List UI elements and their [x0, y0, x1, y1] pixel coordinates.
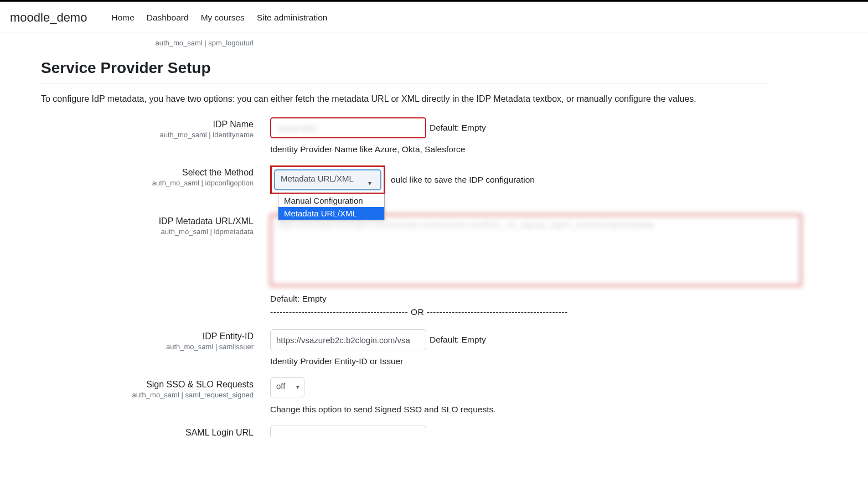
page-content: auth_mo_saml | spm_logouturl Service Pro… [0, 39, 808, 462]
label-idp-metadata: IDP Metadata URL/XML [41, 216, 254, 226]
nav-siteadmin[interactable]: Site administration [256, 13, 329, 23]
method-hint-overlay: ould like to save the IDP configuration [391, 175, 535, 185]
or-separator: ----------------------------------------… [41, 307, 767, 317]
login-url-input[interactable] [270, 426, 426, 437]
label-login-url: SAML Login URL [41, 428, 254, 438]
label-method: Select the Method [41, 168, 254, 178]
entity-id-default: Default: Empty [430, 335, 486, 345]
section-intro: To configure IdP metadata, you have two … [41, 94, 767, 104]
label-idp-name: IDP Name [41, 120, 254, 129]
row-login-url: SAML Login URL [41, 424, 767, 438]
divider [41, 84, 767, 84]
nav-mycourses[interactable]: My courses [200, 13, 246, 23]
row-idp-name: IDP Name auth_mo_saml | identityname Azu… [41, 116, 767, 139]
prev-setting-row: auth_mo_saml | spm_logouturl [41, 39, 767, 47]
section-heading: Service Provider Setup [41, 59, 767, 77]
label-sign-requests: Sign SSO & SLO Requests [41, 380, 254, 390]
prev-setting-sub: auth_mo_saml | spm_logouturl [41, 39, 254, 47]
method-option-manual[interactable]: Manual Configuration [278, 194, 384, 207]
label-sign-requests-sub: auth_mo_saml | saml_request_signed [41, 391, 254, 399]
method-select[interactable]: Metadata URL/XML [274, 169, 381, 190]
method-select-outline: Metadata URL/XML ▾ Manual Configuration … [270, 165, 385, 194]
entity-id-hint: Identity Provider Entity-ID or Issuer [41, 356, 767, 366]
row-entity-id: IDP Entity-ID auth_mo_saml | samlissuer … [41, 328, 767, 351]
idp-name-default: Default: Empty [430, 123, 486, 133]
label-method-sub: auth_mo_saml | idpconfigoption [41, 179, 254, 187]
navbar: moodle_demo Home Dashboard My courses Si… [0, 2, 868, 33]
label-entity-id-sub: auth_mo_saml | samlissuer [41, 343, 254, 351]
nav-links: Home Dashboard My courses Site administr… [110, 13, 328, 23]
row-method: Select the Method auth_mo_saml | idpconf… [41, 164, 767, 194]
sign-requests-hint: Change this option to send Signed SSO an… [41, 405, 767, 415]
row-idp-metadata: IDP Metadata URL/XML auth_mo_saml | idpm… [41, 213, 767, 304]
nav-dashboard[interactable]: Dashboard [146, 13, 190, 23]
idp-metadata-default: Default: Empty [270, 294, 327, 304]
brand-title[interactable]: moodle_demo [10, 11, 87, 25]
nav-home[interactable]: Home [110, 13, 135, 23]
entity-id-input[interactable] [270, 329, 426, 350]
idp-name-hint: Identity Provider Name like Azure, Okta,… [41, 144, 767, 154]
label-idp-metadata-sub: auth_mo_saml | idpmetadata [41, 227, 254, 236]
method-select-value: Metadata URL/XML [281, 174, 354, 183]
idp-name-input[interactable]: Azure B2C [270, 117, 426, 138]
method-option-metadata[interactable]: Metadata URL/XML [278, 207, 384, 220]
label-entity-id: IDP Entity-ID [41, 331, 254, 341]
sign-requests-select[interactable]: off [270, 377, 304, 397]
idp-metadata-textarea[interactable]: https://example.b2clogin.com/example.onm… [270, 214, 802, 286]
label-idp-name-sub: auth_mo_saml | identityname [41, 131, 254, 139]
row-sign-requests: Sign SSO & SLO Requests auth_mo_saml | s… [41, 376, 767, 399]
method-dropdown-panel: Manual Configuration Metadata URL/XML [278, 194, 385, 220]
